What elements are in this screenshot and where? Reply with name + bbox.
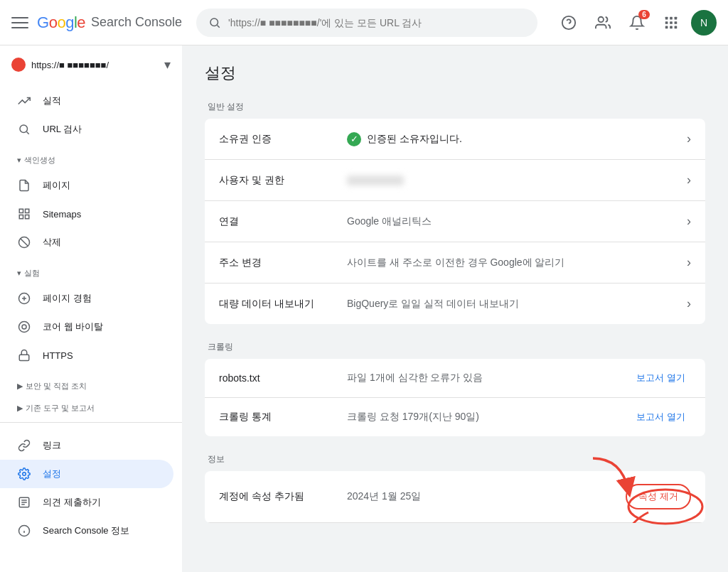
row-robots[interactable]: robots.txt 파일 1개에 심각한 오류가 있음 보고서 열기 xyxy=(205,359,705,398)
settings-icon xyxy=(17,467,31,481)
sidebar-item-page-experience-label: 페이지 경험 xyxy=(43,292,92,305)
sidebar-item-pages-label: 페이지 xyxy=(43,179,70,192)
sidebar-item-settings-label: 설정 xyxy=(43,468,61,480)
users-chevron-icon: › xyxy=(687,173,691,188)
row-crawl-stats-title: 크롤링 통계 xyxy=(219,411,347,423)
section-label-crawl: 크롤링 xyxy=(205,341,705,353)
sidebar-item-performance[interactable]: 실적 xyxy=(0,87,173,115)
sidebar-item-https-label: HTTPS xyxy=(43,350,73,361)
links-icon xyxy=(17,438,31,453)
robots-action-link[interactable]: 보고서 열기 xyxy=(636,372,685,384)
row-address-title: 주소 변경 xyxy=(219,257,347,269)
svg-rect-9 xyxy=(670,21,673,24)
svg-rect-5 xyxy=(665,16,668,19)
sidebar: https://■ ■■■■■■■/ ▾ 실적 URL 검사 ▾ 색인생성 xyxy=(0,45,182,572)
row-users-title: 사용자 및 권한 xyxy=(219,174,347,187)
section-label-security[interactable]: ▶ 보안 및 직접 조치 xyxy=(0,372,182,394)
check-icon: ✓ xyxy=(347,132,361,146)
sidebar-item-info[interactable]: Search Console 정보 xyxy=(0,517,173,545)
sidebar-item-page-experience[interactable]: 페이지 경험 xyxy=(0,284,173,313)
row-ownership[interactable]: 소유권 인증 ✓ 인증된 소유자입니다. › xyxy=(205,119,705,160)
row-association[interactable]: 연결 Google 애널리틱스 › xyxy=(205,201,705,242)
section-label-indexing[interactable]: ▾ 색인생성 xyxy=(0,146,182,168)
sidebar-item-url-inspection[interactable]: URL 검사 xyxy=(0,115,173,144)
search-input[interactable] xyxy=(228,17,525,28)
help-button[interactable] xyxy=(555,9,583,37)
row-property-added: 계정에 속성 추가됨 2024년 1월 25일 속성 제거 xyxy=(205,471,705,523)
https-icon xyxy=(17,348,31,362)
apps-button[interactable] xyxy=(657,9,685,37)
svg-point-26 xyxy=(22,325,26,329)
svg-rect-19 xyxy=(19,215,23,219)
row-address-change[interactable]: 주소 변경 사이트를 새 주소로 이전한 경우 Google에 알리기 › xyxy=(205,242,705,284)
sidebar-item-https[interactable]: HTTPS xyxy=(0,341,173,369)
property-url: https://■ ■■■■■■■/ xyxy=(31,60,159,70)
users-blurred-value: ■■■■■■■■ xyxy=(347,176,404,185)
svg-line-1 xyxy=(218,25,220,27)
notifications-button[interactable]: 6 xyxy=(623,9,651,37)
svg-point-4 xyxy=(599,16,604,21)
sidebar-item-performance-label: 실적 xyxy=(43,95,61,107)
row-bulk-title: 대량 데이터 내보내기 xyxy=(219,298,347,311)
section-arrow-indexing: ▾ xyxy=(17,156,21,165)
property-dot xyxy=(11,58,26,72)
nav-section-indexing: 페이지 Sitemaps 삭제 xyxy=(0,168,182,259)
row-crawl-stats[interactable]: 크롤링 통계 크롤링 요청 179개(지난 90일) 보고서 열기 xyxy=(205,398,705,436)
svg-point-14 xyxy=(20,125,28,133)
nav-section-main: 실적 URL 검사 xyxy=(0,84,182,146)
row-users-value: ■■■■■■■■ xyxy=(347,176,687,185)
section-arrow-legacy: ▶ xyxy=(17,404,23,413)
section-label-legacy[interactable]: ▶ 기존 도구 및 보고서 xyxy=(0,394,182,416)
layout: https://■ ■■■■■■■/ ▾ 실적 URL 검사 ▾ 색인생성 xyxy=(0,45,728,572)
row-robots-value: 파일 1개에 심각한 오류가 있음 xyxy=(347,372,636,384)
sidebar-item-links-label: 링크 xyxy=(43,439,61,452)
page-title: 설정 xyxy=(205,63,705,84)
row-bulk-export[interactable]: 대량 데이터 내보내기 BigQuery로 일일 실적 데이터 내보내기 › xyxy=(205,284,705,324)
row-ownership-value: ✓ 인증된 소유자입니다. xyxy=(347,132,687,146)
core-web-vitals-icon xyxy=(17,320,31,334)
association-chevron-icon: › xyxy=(687,214,691,229)
row-users[interactable]: 사용자 및 권한 ■■■■■■■■ › xyxy=(205,160,705,201)
hamburger-icon[interactable] xyxy=(11,14,28,31)
nav-section-bottom: 링크 설정 의견 제출하기 Search Console 정보 xyxy=(0,428,182,548)
section-label-info: 정보 xyxy=(205,453,705,465)
avatar[interactable]: N xyxy=(691,10,717,36)
row-property-date: 2024년 1월 25일 xyxy=(347,490,626,503)
removals-icon xyxy=(17,235,31,249)
sitemaps-icon xyxy=(17,207,31,221)
remove-property-button[interactable]: 속성 제거 xyxy=(626,484,691,509)
feedback-icon xyxy=(17,495,31,509)
sidebar-item-links[interactable]: 링크 xyxy=(0,431,173,460)
svg-rect-8 xyxy=(665,21,668,24)
pages-icon xyxy=(17,178,31,193)
top-header: Google Search Console 6 N xyxy=(0,0,728,45)
property-selector[interactable]: https://■ ■■■■■■■/ ▾ xyxy=(0,51,182,84)
row-robots-title: robots.txt xyxy=(219,372,347,384)
logo-area: Google Search Console xyxy=(37,14,182,32)
svg-rect-11 xyxy=(665,26,668,28)
section-label-experiment[interactable]: ▾ 실험 xyxy=(0,259,182,281)
row-ownership-title: 소유권 인증 xyxy=(219,133,347,146)
sidebar-item-sitemaps[interactable]: Sitemaps xyxy=(0,200,173,228)
svg-line-21 xyxy=(21,239,28,247)
svg-rect-17 xyxy=(26,209,29,212)
app-title: Search Console xyxy=(91,15,182,30)
page-experience-icon xyxy=(17,291,31,306)
section-arrow-security: ▶ xyxy=(17,382,23,391)
performance-icon xyxy=(17,94,31,108)
account-button[interactable] xyxy=(589,9,617,37)
search-bar[interactable] xyxy=(196,9,537,37)
sidebar-item-feedback[interactable]: 의견 제출하기 xyxy=(0,488,173,517)
crawl-stats-action-link[interactable]: 보고서 열기 xyxy=(636,411,685,423)
svg-point-0 xyxy=(210,18,218,26)
sidebar-item-core-web-vitals[interactable]: 코어 웹 바이탈 xyxy=(0,313,173,341)
sidebar-item-settings[interactable]: 설정 xyxy=(0,460,173,488)
card-crawl: robots.txt 파일 1개에 심각한 오류가 있음 보고서 열기 크롤링 … xyxy=(205,359,705,436)
sidebar-item-removals-label: 삭제 xyxy=(43,236,61,249)
card-info: 계정에 속성 추가됨 2024년 1월 25일 속성 제거 xyxy=(205,471,705,523)
sidebar-item-removals[interactable]: 삭제 xyxy=(0,228,173,257)
google-logo: Google xyxy=(37,14,85,32)
section-arrow-experiment: ▾ xyxy=(17,269,21,278)
svg-rect-12 xyxy=(670,26,673,28)
sidebar-item-pages[interactable]: 페이지 xyxy=(0,171,173,200)
